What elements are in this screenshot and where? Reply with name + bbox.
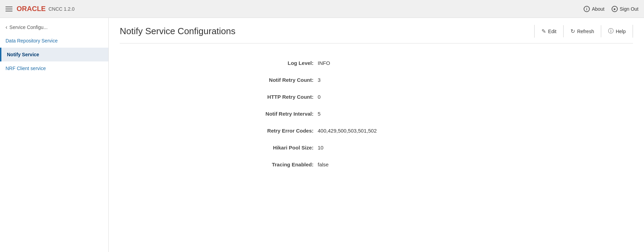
signout-link[interactable]: ● Sign Out [612,6,638,12]
help-label: Help [616,29,626,34]
config-row: HTTP Retry Count:0 [221,88,532,105]
config-row: Notif Retry Count:3 [221,71,532,88]
config-label: Retry Error Codes: [221,128,318,134]
config-row: Retry Error Codes:400,429,500,503,501,50… [221,122,532,139]
edit-icon: ✎ [541,28,546,35]
config-value: 10 [318,145,324,151]
config-value: 400,429,500,503,501,502 [318,128,377,134]
refresh-label: Refresh [577,29,594,34]
hamburger-menu-icon[interactable] [6,7,12,11]
toolbar: ✎ Edit ↻ Refresh ⓘ Help [534,25,633,38]
config-value: false [318,162,329,167]
sidebar-item-notify-service[interactable]: Notify Service [0,48,108,61]
about-link[interactable]: i About [584,6,605,12]
config-value: 0 [318,94,321,100]
about-label: About [592,6,605,12]
user-icon: ● [612,6,618,12]
refresh-button[interactable]: ↻ Refresh [564,25,601,37]
sidebar-item-data-repository[interactable]: Data Repository Service [0,34,108,48]
signout-label: Sign Out [620,6,638,12]
edit-button[interactable]: ✎ Edit [535,25,564,37]
help-icon: ⓘ [608,28,614,35]
back-arrow-icon: ‹ [6,24,7,30]
main-content: Notify Service Configurations ✎ Edit ↻ R… [109,18,644,252]
config-row: Hikari Pool Size:10 [221,139,532,156]
header: ORACLE CNCC 1.2.0 i About ● Sign Out [0,0,644,18]
config-row: Log Level:INFO [221,55,532,71]
config-label: Notif Retry Interval: [221,111,318,117]
config-table: Log Level:INFONotif Retry Count:3HTTP Re… [221,55,532,173]
section-divider [120,43,633,43]
sidebar-back-button[interactable]: ‹ Service Configu... [0,21,108,34]
logo-area: ORACLE CNCC 1.2.0 [17,5,75,13]
config-row: Tracing Enabled:false [221,156,532,173]
sidebar-item-nrf-client[interactable]: NRF Client service [0,61,108,75]
page-title: Notify Service Configurations [120,26,235,37]
config-value: INFO [318,60,330,66]
layout: ‹ Service Configu... Data Repository Ser… [0,18,644,252]
config-value: 5 [318,111,321,117]
config-label: Notif Retry Count: [221,77,318,83]
oracle-logo: ORACLE [17,5,46,13]
config-label: Tracing Enabled: [221,162,318,167]
cncc-version: CNCC 1.2.0 [48,6,74,12]
config-label: HTTP Retry Count: [221,94,318,100]
refresh-icon: ↻ [570,28,575,35]
about-icon: i [584,6,590,12]
edit-label: Edit [548,29,556,34]
config-label: Hikari Pool Size: [221,145,318,151]
help-button[interactable]: ⓘ Help [601,25,633,38]
config-label: Log Level: [221,60,318,66]
sidebar: ‹ Service Configu... Data Repository Ser… [0,18,109,252]
sidebar-back-label: Service Configu... [9,25,48,30]
config-value: 3 [318,77,321,83]
header-right: i About ● Sign Out [584,6,638,12]
config-row: Notif Retry Interval:5 [221,105,532,122]
header-left: ORACLE CNCC 1.2.0 [6,5,75,13]
main-header: Notify Service Configurations ✎ Edit ↻ R… [120,25,633,38]
